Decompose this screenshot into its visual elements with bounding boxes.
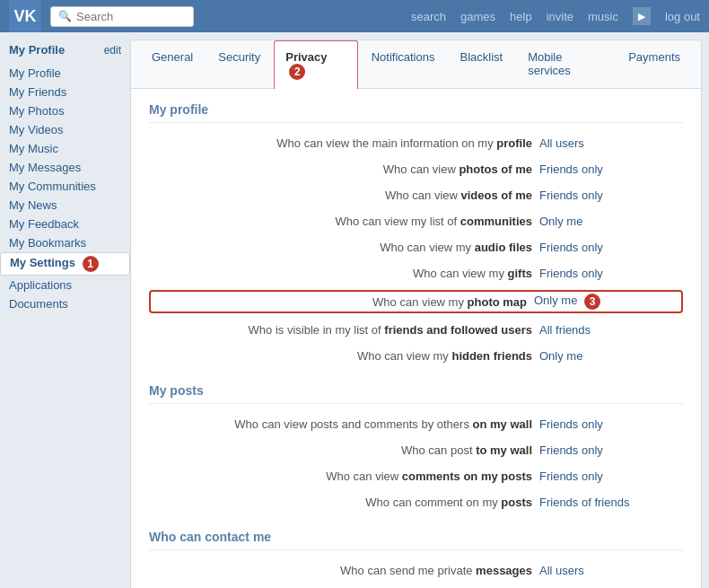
nav-music[interactable]: music bbox=[588, 10, 618, 23]
main-layout: My Profile edit My Profile My Friends My… bbox=[0, 32, 709, 588]
section-title-profile: My profile bbox=[149, 102, 683, 123]
privacy-value[interactable]: Friends of friends bbox=[539, 496, 683, 509]
section-title-contact: Who can contact me bbox=[149, 530, 683, 550]
nav-invite[interactable]: invite bbox=[547, 10, 573, 23]
tab-payments[interactable]: Payments bbox=[617, 40, 692, 89]
vk-logo[interactable]: VK bbox=[9, 0, 41, 32]
content-area: General Security Privacy 2 Notifications… bbox=[130, 39, 702, 588]
annotation-2: 2 bbox=[289, 64, 305, 80]
nav-games[interactable]: games bbox=[460, 10, 495, 23]
sidebar-item-photos[interactable]: My Photos bbox=[0, 101, 130, 120]
sidebar-edit-link[interactable]: edit bbox=[104, 44, 121, 57]
annotation-3: 3 bbox=[584, 294, 600, 310]
sidebar-item-communities[interactable]: My Communities bbox=[0, 177, 130, 196]
privacy-row: Who can comment on my posts Friends of f… bbox=[149, 493, 683, 512]
sidebar-username: My Profile bbox=[9, 43, 65, 57]
sidebar-item-applications[interactable]: Applications bbox=[0, 276, 130, 294]
privacy-row: Who can post to my wall Friends only bbox=[149, 441, 683, 460]
privacy-row: Who can view the main information on my … bbox=[149, 134, 683, 153]
nav-help[interactable]: help bbox=[510, 10, 532, 23]
privacy-row: Who can view my audio files Friends only bbox=[149, 238, 683, 257]
tab-security[interactable]: Security bbox=[206, 40, 272, 89]
nav-more-button[interactable]: ▶ bbox=[633, 7, 651, 25]
privacy-value-photomap[interactable]: Only me 3 bbox=[534, 294, 678, 310]
privacy-value[interactable]: Only me bbox=[539, 349, 683, 363]
privacy-row: Who is visible in my list of friends and… bbox=[149, 320, 683, 339]
privacy-value[interactable]: Friends only bbox=[539, 470, 683, 483]
privacy-row: Who can view my hidden friends Only me bbox=[149, 347, 683, 365]
sidebar-item-friends[interactable]: My Friends bbox=[0, 83, 130, 101]
privacy-value[interactable]: Friends only bbox=[539, 267, 683, 280]
section-my-profile: My profile Who can view the main informa… bbox=[149, 102, 683, 365]
privacy-value[interactable]: Friends only bbox=[539, 241, 683, 254]
sidebar-item-videos[interactable]: My Videos bbox=[0, 120, 130, 139]
privacy-row: Who can view videos of me Friends only bbox=[149, 186, 683, 205]
sidebar-user-header: My Profile edit bbox=[0, 41, 130, 64]
privacy-value[interactable]: Friends only bbox=[539, 417, 683, 431]
top-navigation: VK 🔍 search games help invite music ▶ lo… bbox=[0, 0, 709, 32]
privacy-row: Who can view posts and comments by other… bbox=[149, 415, 683, 434]
sidebar-item-news[interactable]: My News bbox=[0, 196, 130, 215]
sidebar-item-music[interactable]: My Music bbox=[0, 139, 130, 158]
sidebar-item-profile[interactable]: My Profile bbox=[0, 64, 130, 83]
search-icon: 🔍 bbox=[58, 10, 72, 22]
privacy-row-highlighted: Who can view my photo map Only me 3 bbox=[149, 290, 683, 313]
sidebar-item-bookmarks[interactable]: My Bookmarks bbox=[0, 233, 130, 252]
tab-notifications[interactable]: Notifications bbox=[360, 40, 447, 89]
nav-links: search games help invite music ▶ log out bbox=[411, 7, 700, 25]
annotation-1: 1 bbox=[83, 256, 99, 272]
nav-search[interactable]: search bbox=[411, 10, 446, 23]
privacy-value[interactable]: Friends only bbox=[539, 443, 683, 457]
privacy-row: Who can view comments on my posts Friend… bbox=[149, 467, 683, 486]
privacy-value[interactable]: All users bbox=[539, 136, 683, 150]
sidebar-item-messages[interactable]: My Messages bbox=[0, 158, 130, 177]
privacy-row: Who can view photos of me Friends only bbox=[149, 160, 683, 179]
privacy-value[interactable]: All users bbox=[539, 564, 683, 577]
section-title-posts: My posts bbox=[149, 383, 683, 404]
privacy-row: Who can send me private messages All use… bbox=[149, 561, 683, 580]
tab-general[interactable]: General bbox=[140, 40, 205, 89]
nav-logout[interactable]: log out bbox=[665, 10, 700, 23]
privacy-row: Who can view my list of communities Only… bbox=[149, 212, 683, 231]
sidebar-item-settings[interactable]: My Settings 1 bbox=[0, 252, 130, 276]
tab-privacy[interactable]: Privacy 2 bbox=[274, 40, 357, 89]
section-contact: Who can contact me Who can send me priva… bbox=[149, 530, 683, 588]
sidebar: My Profile edit My Profile My Friends My… bbox=[0, 32, 130, 588]
privacy-row: Who can view my gifts Friends only bbox=[149, 264, 683, 283]
tabs-bar: General Security Privacy 2 Notifications… bbox=[131, 40, 701, 89]
section-my-posts: My posts Who can view posts and comments… bbox=[149, 383, 683, 512]
privacy-value[interactable]: Friends only bbox=[539, 162, 683, 176]
sidebar-item-documents[interactable]: Documents bbox=[0, 294, 130, 313]
sidebar-item-feedback[interactable]: My Feedback bbox=[0, 215, 130, 233]
privacy-value[interactable]: Friends only bbox=[539, 189, 683, 202]
page-content: My profile Who can view the main informa… bbox=[131, 89, 701, 588]
tab-blacklist[interactable]: Blacklist bbox=[448, 40, 514, 89]
privacy-value[interactable]: Only me bbox=[539, 215, 683, 228]
search-input[interactable] bbox=[76, 10, 184, 23]
search-box: 🔍 bbox=[50, 6, 194, 27]
privacy-value[interactable]: All friends bbox=[539, 323, 683, 337]
tab-mobile[interactable]: Mobile services bbox=[516, 40, 615, 89]
